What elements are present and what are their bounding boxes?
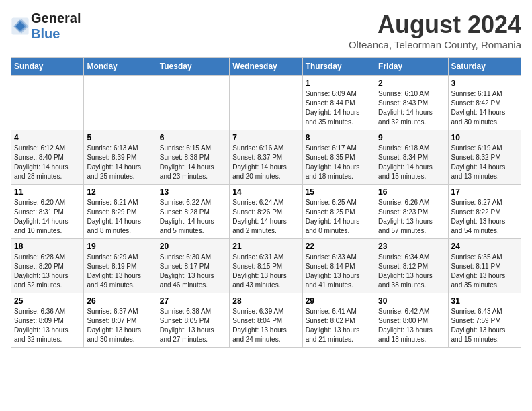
- day-info: Sunrise: 6:15 AMSunset: 8:38 PMDaylight:…: [160, 144, 226, 181]
- weekday-header-saturday: Saturday: [448, 58, 521, 76]
- weekday-header-tuesday: Tuesday: [157, 58, 229, 76]
- day-number: 25: [14, 296, 81, 306]
- day-number: 13: [160, 187, 226, 197]
- day-info: Sunrise: 6:19 AMSunset: 8:32 PMDaylight:…: [451, 144, 518, 181]
- logo-blue: Blue: [31, 26, 60, 41]
- calendar-cell: 22Sunrise: 6:33 AMSunset: 8:14 PMDayligh…: [302, 239, 375, 293]
- calendar-cell: 7Sunrise: 6:16 AMSunset: 8:37 PMDaylight…: [230, 130, 302, 185]
- day-number: 5: [87, 133, 153, 142]
- day-number: 3: [451, 79, 518, 88]
- day-info: Sunrise: 6:39 AMSunset: 8:04 PMDaylight:…: [232, 307, 299, 345]
- day-number: 31: [451, 296, 518, 306]
- day-info: Sunrise: 6:31 AMSunset: 8:15 PMDaylight:…: [232, 253, 299, 290]
- calendar-cell: 14Sunrise: 6:24 AMSunset: 8:26 PMDayligh…: [230, 185, 302, 239]
- day-number: 10: [451, 133, 518, 142]
- weekday-header-sunday: Sunday: [11, 58, 84, 76]
- day-info: Sunrise: 6:24 AMSunset: 8:26 PMDaylight:…: [232, 198, 299, 236]
- calendar-cell: [157, 76, 229, 130]
- day-number: 15: [306, 187, 372, 197]
- day-info: Sunrise: 6:33 AMSunset: 8:14 PMDaylight:…: [306, 253, 372, 290]
- day-info: Sunrise: 6:36 AMSunset: 8:09 PMDaylight:…: [14, 307, 81, 345]
- calendar-cell: 15Sunrise: 6:25 AMSunset: 8:25 PMDayligh…: [302, 185, 375, 239]
- calendar-cell: 18Sunrise: 6:28 AMSunset: 8:20 PMDayligh…: [11, 239, 84, 293]
- day-number: 16: [378, 187, 445, 197]
- day-info: Sunrise: 6:12 AMSunset: 8:40 PMDaylight:…: [14, 144, 81, 181]
- day-number: 7: [232, 133, 299, 142]
- day-number: 29: [306, 296, 372, 306]
- calendar-cell: 11Sunrise: 6:20 AMSunset: 8:31 PMDayligh…: [11, 185, 84, 239]
- calendar-cell: 23Sunrise: 6:34 AMSunset: 8:12 PMDayligh…: [375, 239, 448, 293]
- calendar-cell: 20Sunrise: 6:30 AMSunset: 8:17 PMDayligh…: [157, 239, 229, 293]
- day-info: Sunrise: 6:28 AMSunset: 8:20 PMDaylight:…: [14, 253, 81, 290]
- day-info: Sunrise: 6:27 AMSunset: 8:22 PMDaylight:…: [451, 198, 518, 236]
- day-info: Sunrise: 6:13 AMSunset: 8:39 PMDaylight:…: [87, 144, 153, 181]
- day-info: Sunrise: 6:41 AMSunset: 8:02 PMDaylight:…: [306, 307, 372, 345]
- day-info: Sunrise: 6:18 AMSunset: 8:34 PMDaylight:…: [378, 144, 445, 181]
- day-info: Sunrise: 6:26 AMSunset: 8:23 PMDaylight:…: [378, 198, 445, 236]
- day-info: Sunrise: 6:30 AMSunset: 8:17 PMDaylight:…: [160, 253, 226, 290]
- day-info: Sunrise: 6:42 AMSunset: 8:00 PMDaylight:…: [378, 307, 445, 345]
- calendar-cell: 2Sunrise: 6:10 AMSunset: 8:43 PMDaylight…: [375, 76, 448, 130]
- day-info: Sunrise: 6:09 AMSunset: 8:44 PMDaylight:…: [306, 89, 372, 127]
- day-number: 20: [160, 242, 226, 251]
- calendar-cell: 12Sunrise: 6:21 AMSunset: 8:29 PMDayligh…: [84, 185, 157, 239]
- day-info: Sunrise: 6:29 AMSunset: 8:19 PMDaylight:…: [87, 253, 153, 290]
- day-number: 24: [451, 242, 518, 251]
- day-number: 17: [451, 187, 518, 197]
- day-info: Sunrise: 6:21 AMSunset: 8:29 PMDaylight:…: [87, 198, 153, 236]
- day-number: 9: [378, 133, 445, 142]
- day-info: Sunrise: 6:35 AMSunset: 8:11 PMDaylight:…: [451, 253, 518, 290]
- calendar-cell: 26Sunrise: 6:37 AMSunset: 8:07 PMDayligh…: [84, 293, 157, 348]
- day-number: 22: [306, 242, 372, 251]
- main-title: August 2024: [349, 11, 521, 39]
- day-info: Sunrise: 6:34 AMSunset: 8:12 PMDaylight:…: [378, 253, 445, 290]
- calendar-cell: 24Sunrise: 6:35 AMSunset: 8:11 PMDayligh…: [448, 239, 521, 293]
- day-number: 12: [87, 187, 153, 197]
- weekday-header-wednesday: Wednesday: [230, 58, 302, 76]
- day-number: 18: [14, 242, 81, 251]
- logo: General Blue: [11, 11, 81, 42]
- calendar-cell: [11, 76, 84, 130]
- day-number: 30: [378, 296, 445, 306]
- calendar-cell: 6Sunrise: 6:15 AMSunset: 8:38 PMDaylight…: [157, 130, 229, 185]
- day-info: Sunrise: 6:25 AMSunset: 8:25 PMDaylight:…: [306, 198, 372, 236]
- day-number: 1: [306, 79, 372, 88]
- calendar-cell: 1Sunrise: 6:09 AMSunset: 8:44 PMDaylight…: [302, 76, 375, 130]
- day-info: Sunrise: 6:17 AMSunset: 8:35 PMDaylight:…: [306, 144, 372, 181]
- day-number: 21: [232, 242, 299, 251]
- day-number: 27: [160, 296, 226, 306]
- calendar-cell: 27Sunrise: 6:38 AMSunset: 8:05 PMDayligh…: [157, 293, 229, 348]
- calendar-cell: 28Sunrise: 6:39 AMSunset: 8:04 PMDayligh…: [230, 293, 302, 348]
- day-info: Sunrise: 6:10 AMSunset: 8:43 PMDaylight:…: [378, 89, 445, 127]
- calendar-cell: 13Sunrise: 6:22 AMSunset: 8:28 PMDayligh…: [157, 185, 229, 239]
- calendar-cell: 31Sunrise: 6:43 AMSunset: 7:59 PMDayligh…: [448, 293, 521, 348]
- day-info: Sunrise: 6:38 AMSunset: 8:05 PMDaylight:…: [160, 307, 226, 345]
- day-number: 11: [14, 187, 81, 197]
- calendar-cell: 17Sunrise: 6:27 AMSunset: 8:22 PMDayligh…: [448, 185, 521, 239]
- day-number: 2: [378, 79, 445, 88]
- calendar-cell: 5Sunrise: 6:13 AMSunset: 8:39 PMDaylight…: [84, 130, 157, 185]
- day-info: Sunrise: 6:11 AMSunset: 8:42 PMDaylight:…: [451, 89, 518, 127]
- calendar-cell: 9Sunrise: 6:18 AMSunset: 8:34 PMDaylight…: [375, 130, 448, 185]
- day-info: Sunrise: 6:20 AMSunset: 8:31 PMDaylight:…: [14, 198, 81, 236]
- day-info: Sunrise: 6:43 AMSunset: 7:59 PMDaylight:…: [451, 307, 518, 345]
- calendar-cell: 4Sunrise: 6:12 AMSunset: 8:40 PMDaylight…: [11, 130, 84, 185]
- day-number: 4: [14, 133, 81, 142]
- calendar-cell: [230, 76, 302, 130]
- weekday-header-thursday: Thursday: [302, 58, 375, 76]
- day-number: 14: [232, 187, 299, 197]
- logo-general: General: [31, 11, 81, 26]
- weekday-header-monday: Monday: [84, 58, 157, 76]
- day-number: 23: [378, 242, 445, 251]
- day-number: 26: [87, 296, 153, 306]
- calendar-cell: 19Sunrise: 6:29 AMSunset: 8:19 PMDayligh…: [84, 239, 157, 293]
- day-info: Sunrise: 6:22 AMSunset: 8:28 PMDaylight:…: [160, 198, 226, 236]
- calendar-cell: 25Sunrise: 6:36 AMSunset: 8:09 PMDayligh…: [11, 293, 84, 348]
- subtitle: Olteanca, Teleorman County, Romania: [349, 39, 521, 50]
- calendar-table: SundayMondayTuesdayWednesdayThursdayFrid…: [11, 57, 521, 348]
- calendar-cell: 21Sunrise: 6:31 AMSunset: 8:15 PMDayligh…: [230, 239, 302, 293]
- calendar-cell: 3Sunrise: 6:11 AMSunset: 8:42 PMDaylight…: [448, 76, 521, 130]
- day-info: Sunrise: 6:37 AMSunset: 8:07 PMDaylight:…: [87, 307, 153, 345]
- page-header: General Blue August 2024 Olteanca, Teleo…: [11, 11, 521, 50]
- logo-icon: [11, 17, 30, 36]
